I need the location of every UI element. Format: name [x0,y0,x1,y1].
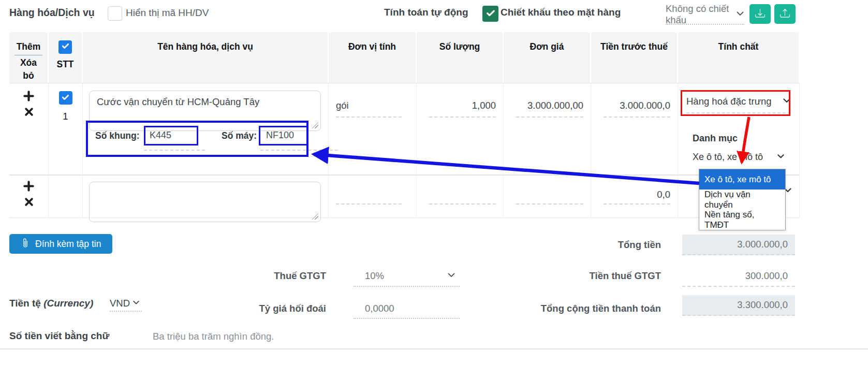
chevron-down-icon [783,96,791,107]
check-icon [61,93,70,104]
total-label: Tổng tiền [506,239,661,251]
vat-rate-select[interactable]: 10% [354,266,460,287]
bottom-divider [0,348,868,349]
engine-number-underline [260,150,338,151]
row-checkbox[interactable] [59,91,72,105]
table-row-pretax-cell: 3.000.000,0 [591,83,678,175]
chevron-down-icon [777,152,785,163]
discount-mode-label: Chiết khấu theo mặt hàng [501,7,621,18]
category-dropdown-list: Xe ô tô, xe mô tô Dịch vụ vận chuyển Nền… [699,169,786,230]
upload-button[interactable] [774,4,796,24]
currency-label-vi: Tiền tệ [9,298,41,309]
table-row-price-cell [504,175,591,218]
category-option[interactable]: Xe ô tô, xe mô tô [699,169,785,190]
header-remove-label: Xóa bỏ [17,56,40,82]
item-name-value: Cước vận chuyển từ HCM-Quảng Tây [97,96,259,107]
unit-price-input[interactable] [516,186,583,205]
currency-value: VND [110,298,130,309]
attach-file-label: Đính kèm tập tin [35,239,101,250]
header-stt: STT [49,32,83,83]
frame-number-underline [144,150,205,151]
header-type: Tính chất [678,32,800,83]
engine-number-label: Số máy: [222,130,257,141]
auto-calc-checkbox[interactable] [482,6,498,22]
engine-number-input[interactable]: NF100 [261,130,294,141]
header-add-remove: Thêm Xóa bỏ [9,32,49,83]
add-row-icon[interactable] [23,181,34,194]
table-row-qty-cell [417,175,504,218]
header-unit-price: Đơn giá [504,32,591,83]
unit-input[interactable]: gói [336,95,402,118]
table-row-name-cell: Cước vận chuyển từ HCM-Quảng Tây Số khun… [83,83,329,175]
frame-number-label: Số khung: [95,130,140,141]
header-unit: Đơn vị tính [329,32,417,83]
resize-grip-icon[interactable] [312,213,318,220]
table-row-actions [9,175,49,218]
paperclip-icon [21,238,30,250]
category-option[interactable]: Nền tảng số, TMĐT [699,210,785,230]
pre-tax-input[interactable]: 0,0 [604,186,670,205]
category-label: Danh mục [693,133,738,144]
type-select[interactable]: Hàng hoá đặc trưng [686,91,791,113]
exchange-rate-input[interactable]: 0,0000 [354,299,460,319]
vat-amount-field[interactable]: 300.000,0 [682,266,795,287]
header-stt-label: STT [49,58,82,71]
chevron-down-icon [736,9,744,20]
currency-select[interactable]: VND [110,296,142,312]
quantity-input[interactable]: 1,000 [429,95,496,118]
category-option[interactable]: Dịch vụ vận chuyển [699,190,785,210]
vat-amount-label: Tiền thuế GTGT [506,270,661,282]
table-row-unit-cell: gói [329,83,417,175]
total-field: 3.000.000,0 [682,235,795,255]
auto-calc-label: Tính toán tự động [384,7,468,18]
add-row-icon[interactable] [23,91,34,104]
item-name-textarea[interactable]: Cước vận chuyển từ HCM-Quảng Tây [89,91,321,131]
table-row-name-cell [83,175,329,218]
table-row-stt [49,175,83,218]
vat-rate-label: Thuế GTGT [223,270,326,282]
row-index: 1 [49,111,82,122]
table-row-actions [9,83,49,175]
table-row-qty-cell: 1,000 [417,83,504,175]
resize-grip-icon[interactable] [312,122,318,128]
show-code-checkbox[interactable] [108,6,122,21]
grand-total-label: Tổng cộng tiền thanh toán [485,303,661,314]
header-quantity: Số lượng [417,32,504,83]
vat-rate-value: 10% [365,270,384,282]
type-select-value: Hàng hoá đặc trưng [686,96,772,107]
unit-input[interactable] [336,186,402,205]
check-icon [61,41,70,54]
quantity-input[interactable] [429,186,496,205]
amount-in-words-value: Ba triệu ba trăm nghìn đồng. [153,331,274,342]
download-icon [755,8,765,20]
category-select[interactable]: Xe ô tô, xe mô tô [693,152,785,163]
header-pre-tax: Tiền trước thuế [591,32,678,83]
table-row-type-cell: Hàng hoá đặc trưng Danh mục Xe ô tô, xe … [678,83,800,175]
download-button[interactable] [749,4,771,24]
grand-total-field: 3.300.000,0 [682,295,795,316]
table-row-stt: 1 [49,83,83,175]
upload-icon [780,8,790,20]
select-all-checkbox[interactable] [58,40,72,54]
table-row-pretax-cell: 0,0 [591,175,678,218]
items-table: Thêm Xóa bỏ STT Tên hàng hóa, dịch vụ Đơ… [9,32,800,218]
check-icon [486,8,496,20]
chevron-down-icon [133,299,140,308]
unit-price-input[interactable]: 3.000.000,00 [516,95,583,118]
currency-label: Tiền tệ (Currency) [9,298,93,309]
item-name-textarea[interactable] [89,182,321,222]
header-divider [14,55,42,55]
attach-file-button[interactable]: Đính kèm tập tin [9,234,112,254]
discount-select[interactable]: Không có chiết khấu [666,5,744,25]
delete-row-icon[interactable] [24,197,34,209]
delete-row-icon[interactable] [24,107,34,119]
frame-number-input[interactable]: K445 [145,130,171,141]
category-select-value: Xe ô tô, xe mô tô [693,152,763,163]
discount-select-value: Không có chiết khấu [666,3,736,26]
table-row-unit-cell [329,175,417,218]
exchange-rate-label: Tỷ giá hối đoái [223,303,326,314]
table-row-price-cell: 3.000.000,00 [504,83,591,175]
pre-tax-input[interactable]: 3.000.000,0 [604,95,670,118]
chevron-down-icon [447,271,455,281]
header-add-label: Thêm [9,40,48,53]
